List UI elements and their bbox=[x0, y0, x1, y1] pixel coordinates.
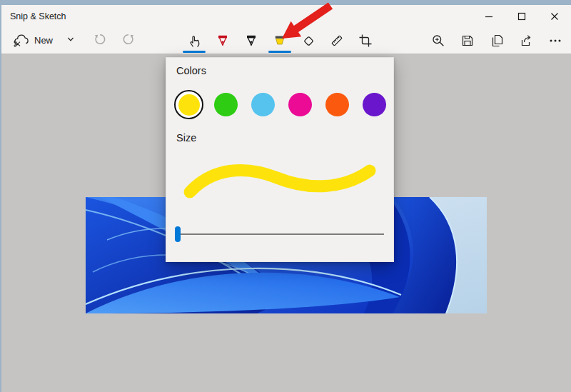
size-slider[interactable] bbox=[166, 219, 395, 248]
stroke-preview-wave bbox=[166, 158, 395, 215]
red-arrow-icon bbox=[275, 1, 340, 43]
size-slider-thumb[interactable] bbox=[175, 226, 181, 242]
pencil-icon bbox=[244, 34, 258, 48]
window-controls bbox=[473, 5, 571, 27]
app-title: Snip & Sketch bbox=[10, 11, 66, 21]
yellow-swatch-fill bbox=[178, 94, 200, 116]
undo-icon bbox=[93, 32, 107, 46]
color-swatch-light-blue[interactable] bbox=[248, 90, 278, 119]
color-swatch-pink[interactable] bbox=[286, 90, 315, 119]
orange-swatch-fill bbox=[325, 93, 349, 116]
color-swatch-yellow-selected[interactable] bbox=[174, 90, 203, 119]
new-snip-button[interactable]: New bbox=[9, 31, 57, 50]
ballpoint-pen-tool[interactable] bbox=[211, 27, 234, 54]
touch-writing-tool[interactable] bbox=[183, 27, 206, 54]
copy-button[interactable] bbox=[488, 30, 505, 51]
new-options-dropdown[interactable] bbox=[63, 31, 79, 50]
color-swatch-purple[interactable] bbox=[360, 90, 389, 119]
new-snip-cloud-scissors-icon bbox=[13, 34, 29, 47]
color-swatch-row bbox=[174, 90, 389, 119]
color-swatch-green[interactable] bbox=[211, 90, 241, 119]
window-left-edge bbox=[0, 0, 1, 392]
touch-writing-active-underline bbox=[183, 51, 206, 53]
save-button[interactable] bbox=[459, 30, 476, 51]
pink-swatch-fill bbox=[288, 93, 312, 116]
zoom-magnifier-icon bbox=[431, 34, 445, 48]
more-options-button[interactable] bbox=[547, 30, 564, 51]
minimize-button[interactable] bbox=[473, 5, 505, 27]
crop-icon bbox=[358, 34, 373, 48]
maximize-icon bbox=[517, 12, 526, 21]
more-ellipsis-icon bbox=[548, 34, 562, 48]
share-button[interactable] bbox=[517, 30, 535, 51]
stroke-size-preview bbox=[166, 158, 395, 215]
touch-writing-icon bbox=[187, 34, 201, 48]
share-icon bbox=[519, 34, 533, 48]
highlighter-options-popup: Colors Size bbox=[166, 57, 394, 262]
green-swatch-fill bbox=[214, 93, 238, 116]
close-button[interactable] bbox=[538, 5, 571, 27]
copy-icon bbox=[490, 34, 504, 48]
size-slider-track[interactable] bbox=[177, 233, 384, 235]
maximize-button[interactable] bbox=[505, 5, 538, 27]
undo-button[interactable] bbox=[91, 31, 108, 51]
crop-tool[interactable] bbox=[354, 27, 377, 54]
save-floppy-icon bbox=[460, 34, 475, 48]
purple-swatch-fill bbox=[363, 93, 386, 116]
highlighter-active-underline bbox=[268, 51, 291, 53]
pencil-tool[interactable] bbox=[240, 27, 263, 54]
zoom-button[interactable] bbox=[430, 30, 447, 51]
new-button-label: New bbox=[34, 35, 53, 46]
toolbar-right-group bbox=[430, 27, 564, 54]
colors-section-label: Colors bbox=[176, 65, 206, 76]
minimize-icon bbox=[485, 12, 493, 21]
light-blue-swatch-fill bbox=[251, 93, 275, 116]
red-annotation-arrow bbox=[275, 1, 340, 43]
color-swatch-orange[interactable] bbox=[323, 90, 352, 119]
toolbar-left-group: New bbox=[9, 31, 137, 51]
ballpoint-pen-icon bbox=[216, 34, 230, 48]
redo-icon bbox=[121, 32, 136, 46]
size-section-label: Size bbox=[176, 132, 196, 144]
redo-button[interactable] bbox=[120, 31, 137, 51]
chevron-down-icon bbox=[66, 34, 76, 44]
snip-and-sketch-window: Snip & Sketch New bbox=[0, 0, 571, 392]
close-icon bbox=[550, 12, 559, 21]
